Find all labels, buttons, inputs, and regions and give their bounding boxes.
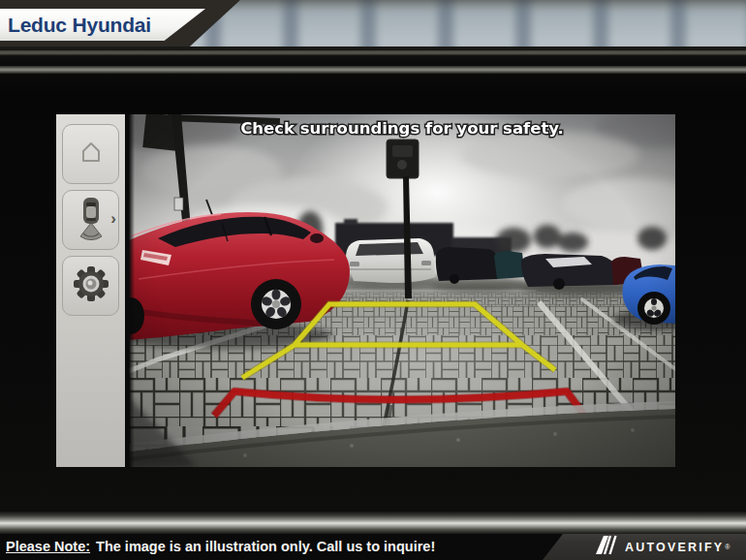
- home-icon: [78, 139, 105, 170]
- vignette: [129, 114, 675, 467]
- home-button[interactable]: [62, 124, 119, 184]
- parking-sensor-icon: [72, 196, 110, 244]
- chevron-right-icon[interactable]: ›: [110, 210, 116, 227]
- rear-camera-view: Check surroundings for your safety.: [129, 114, 675, 467]
- gear-icon: [67, 260, 115, 312]
- camera-left-edge: [129, 114, 135, 467]
- registered-mark: ®: [725, 544, 730, 550]
- sidebar: ›: [56, 114, 125, 467]
- autoverify-panel: AUTOVERIFY®: [543, 534, 746, 560]
- disclaimer-label: Please Note:: [6, 539, 90, 554]
- parking-sensor-button[interactable]: ›: [62, 190, 119, 250]
- dealer-name: Leduc Hyundai: [0, 14, 151, 37]
- disclaimer: Please Note:The image is an illustration…: [6, 534, 435, 560]
- disclaimer-text: The image is an illustration only. Call …: [96, 539, 435, 554]
- autoverify-av-icon: [594, 535, 618, 559]
- dash-trim-line: [0, 66, 746, 74]
- footer-bar: Please Note:The image is an illustration…: [0, 534, 746, 560]
- camera-warning-text: Check surroundings for your safety.: [240, 119, 564, 138]
- infotainment-display: ›: [56, 114, 675, 467]
- settings-button[interactable]: [62, 256, 119, 316]
- dash-trim-line-upper: [0, 50, 746, 55]
- autoverify-wordmark: AUTOVERIFY: [625, 541, 724, 554]
- dash-trim-bottom: [0, 512, 746, 534]
